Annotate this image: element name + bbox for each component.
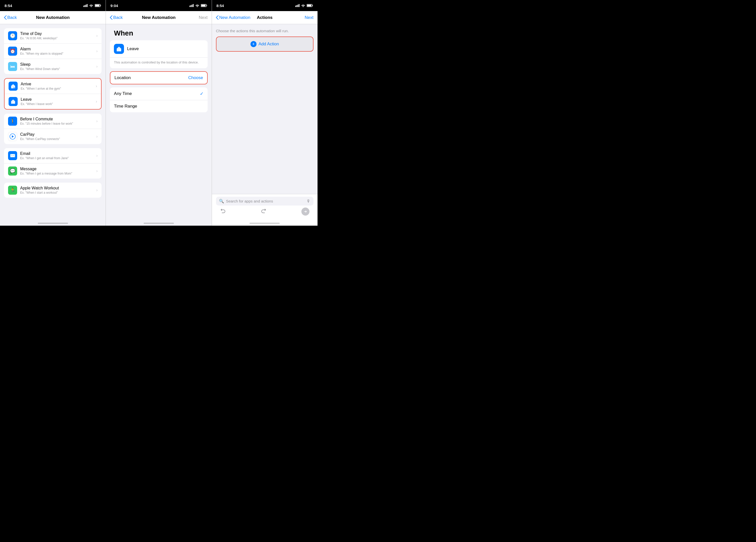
message-icon: 💬 [8, 167, 17, 176]
workout-title: Apple Watch Workout [20, 186, 96, 191]
home-bar [249, 223, 280, 224]
leave-trigger-desc: This automation is controlled by the loc… [110, 57, 207, 68]
battery-icon [201, 4, 207, 7]
list-item-text: Alarm Ex. "When my alarm is stopped" [20, 47, 96, 55]
time-row-range[interactable]: Time Range [110, 100, 207, 112]
next-button-3[interactable]: Next [305, 15, 313, 20]
status-bar-2: 9:04 [106, 0, 211, 11]
list-item-text: Leave Ex. "When I leave work" [21, 97, 96, 106]
time-of-day-icon: 🕐 [8, 31, 17, 40]
status-icons-1 [83, 4, 101, 7]
panel2-scroll[interactable]: When Leave This automation is controlled… [106, 24, 211, 221]
list-item-text: Message Ex. "When I get a message from M… [20, 167, 96, 175]
list-item-carplay[interactable]: CarPlay Ex. "When CarPlay connects" › [4, 129, 102, 144]
nav-bar-3: New Automation Actions Next [212, 11, 318, 24]
redo-button[interactable] [261, 208, 267, 215]
list-card-3: ✉️ Email Ex. "When I get an email from J… [4, 148, 102, 179]
toolbar-row [216, 206, 313, 218]
highlighted-arrive-leave: Arrive Ex. "When I arrive at the gym" › … [4, 78, 102, 110]
any-time-checkmark: ✓ [200, 91, 204, 97]
send-button[interactable] [301, 208, 309, 216]
list-card-4: 🏃 Apple Watch Workout Ex. "When I start … [4, 183, 102, 198]
wifi-icon [195, 4, 199, 7]
commute-icon: 🚶 [8, 117, 17, 126]
wifi-icon [89, 4, 93, 7]
list-item-message[interactable]: 💬 Message Ex. "When I get a message from… [4, 164, 102, 179]
time-of-day-sub: Ex. "At 8:00 AM, weekdays" [20, 37, 96, 40]
next-button-2[interactable]: Next [199, 15, 208, 20]
chevron-icon: › [96, 99, 97, 104]
svg-rect-15 [206, 5, 207, 6]
commute-sub: Ex. "15 minutes before I leave for work" [20, 122, 96, 126]
search-area: 🔍 Search for apps and actions 🎙 [212, 194, 318, 221]
leave-row: Leave [110, 40, 207, 57]
back-button-3[interactable]: New Automation [216, 15, 250, 20]
status-time-3: 8:54 [216, 4, 224, 8]
sleep-title: Sleep [20, 62, 96, 67]
list-card-2: 🚶 Before I Commute Ex. "15 minutes befor… [4, 114, 102, 144]
signal-icon [295, 4, 300, 7]
svg-rect-19 [298, 5, 298, 7]
list-item-apple-watch-workout[interactable]: 🏃 Apple Watch Workout Ex. "When I start … [4, 183, 102, 198]
back-label-2: Back [113, 15, 123, 20]
email-icon: ✉️ [8, 151, 17, 160]
back-button-2[interactable]: Back [110, 15, 123, 20]
list-item-before-commute[interactable]: 🚶 Before I Commute Ex. "15 minutes befor… [4, 114, 102, 129]
list-item-email[interactable]: ✉️ Email Ex. "When I get an email from J… [4, 148, 102, 164]
arrive-icon [9, 82, 18, 91]
svg-rect-2 [86, 5, 86, 7]
location-row[interactable]: Location Choose [110, 72, 207, 84]
location-choose-button[interactable]: Choose [188, 75, 203, 80]
list-item-leave[interactable]: Leave Ex. "When I leave work" › [5, 94, 101, 109]
status-time-2: 9:04 [110, 4, 118, 8]
add-action-label: Add Action [259, 42, 279, 47]
location-label: Location [114, 75, 131, 80]
search-bar[interactable]: 🔍 Search for apps and actions 🎙 [216, 197, 313, 206]
carplay-sub: Ex. "When CarPlay connects" [20, 137, 96, 141]
battery-icon [95, 4, 101, 7]
microphone-icon[interactable]: 🎙 [306, 199, 310, 204]
list-item-text: Email Ex. "When I get an email from Jane… [20, 151, 96, 160]
leave-trigger-icon [114, 44, 124, 54]
message-title: Message [20, 167, 96, 171]
panel-3: 8:54 New Automation Actions Next Choose … [212, 0, 318, 226]
time-of-day-title: Time of Day [20, 32, 96, 36]
sleep-icon: 🛏 [8, 62, 17, 71]
list-item-arrive[interactable]: Arrive Ex. "When I arrive at the gym" › [5, 79, 101, 94]
arrive-title: Arrive [21, 82, 96, 86]
back-chevron-icon [4, 15, 7, 20]
panel-1: 8:54 Back New Automation 🕐 Time of Day E… [0, 0, 106, 226]
time-row-any-time[interactable]: Any Time ✓ [110, 87, 207, 100]
actions-spacer [212, 56, 318, 194]
list-item-sleep[interactable]: 🛏 Sleep Ex. "When Wind Down starts" › [4, 59, 102, 74]
list-item-time-of-day[interactable]: 🕐 Time of Day Ex. "At 8:00 AM, weekdays"… [4, 28, 102, 44]
time-card: Any Time ✓ Time Range [110, 87, 207, 112]
when-heading: When [110, 24, 207, 40]
list-item-text: CarPlay Ex. "When CarPlay connects" [20, 132, 96, 141]
chevron-icon: › [96, 64, 98, 69]
back-button-1[interactable]: Back [4, 15, 17, 20]
home-indicator-1 [0, 221, 106, 226]
undo-button[interactable] [220, 208, 226, 215]
svg-rect-20 [299, 4, 299, 7]
add-action-button[interactable]: + Add Action [216, 37, 313, 51]
back-chevron-icon [110, 15, 112, 20]
any-time-label: Any Time [114, 91, 132, 96]
svg-rect-16 [201, 5, 205, 7]
search-placeholder[interactable]: Search for apps and actions [226, 199, 304, 203]
status-bar-1: 8:54 [0, 0, 106, 11]
chevron-icon: › [96, 169, 98, 173]
status-icons-2 [190, 4, 207, 7]
email-title: Email [20, 151, 96, 156]
list-item-alarm[interactable]: ⏰ Alarm Ex. "When my alarm is stopped" › [4, 44, 102, 59]
chevron-icon: › [96, 84, 97, 88]
battery-icon [307, 4, 313, 7]
sleep-sub: Ex. "When Wind Down starts" [20, 67, 96, 71]
list-card-1: 🕐 Time of Day Ex. "At 8:00 AM, weekdays"… [4, 28, 102, 74]
leave-title: Leave [21, 97, 96, 102]
chevron-icon: › [96, 188, 98, 193]
panel1-scroll[interactable]: 🕐 Time of Day Ex. "At 8:00 AM, weekdays"… [0, 24, 106, 221]
back-label-3: New Automation [219, 15, 250, 20]
search-icon: 🔍 [219, 199, 224, 204]
list-item-text: Before I Commute Ex. "15 minutes before … [20, 117, 96, 126]
